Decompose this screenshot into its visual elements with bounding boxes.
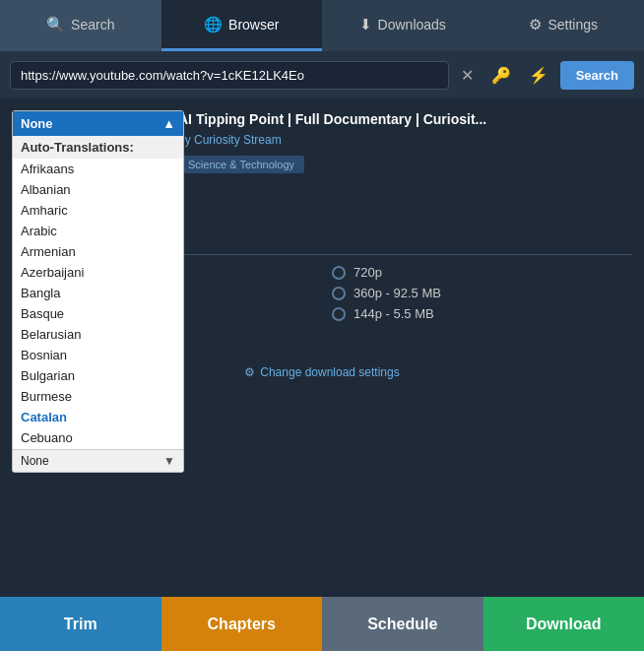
nav-search[interactable]: 🔍 Search — [0, 0, 161, 51]
nav-browser[interactable]: 🌐 Browser — [161, 0, 323, 51]
lang-albanian[interactable]: Albanian — [13, 179, 183, 200]
dropdown-footer: None ▼ — [13, 449, 183, 472]
quality-360p[interactable]: 360p - 92.5 MB — [332, 286, 632, 300]
search-nav-icon: 🔍 — [46, 16, 65, 33]
downloads-nav-icon: ⬇ — [359, 16, 372, 33]
dropdown-selected-label: None — [21, 116, 53, 131]
lang-basque[interactable]: Basque — [13, 303, 183, 324]
dropdown-section-header: Auto-Translations: — [13, 136, 183, 159]
dropdown-selected-item[interactable]: None ▲ — [13, 111, 183, 136]
gear-settings-icon: ⚙ — [244, 365, 255, 379]
quality-144p-label: 144p - 5.5 MB — [354, 306, 434, 321]
nav-settings[interactable]: ⚙ Settings — [483, 0, 645, 51]
settings-nav-icon: ⚙ — [529, 16, 542, 33]
language-dropdown[interactable]: None ▲ Auto-Translations: Afrikaans Alba… — [12, 110, 184, 473]
lang-azerbaijani[interactable]: Azerbaijani — [13, 262, 183, 283]
quality-144p[interactable]: 144p - 5.5 MB — [332, 306, 632, 321]
video-tag: Science & Technology — [178, 156, 304, 173]
lang-bangla[interactable]: Bangla — [13, 283, 183, 303]
schedule-button[interactable]: Schedule — [322, 597, 483, 651]
dropdown-arrow-down: ▼ — [163, 454, 175, 468]
nav-search-label: Search — [71, 17, 114, 33]
lang-cebuano[interactable]: Cebuano — [13, 427, 183, 448]
clear-url-button[interactable]: ✕ — [455, 62, 480, 89]
video-author: by Curiosity Stream — [178, 133, 632, 147]
download-button[interactable]: Download — [483, 597, 645, 651]
nav-downloads-label: Downloads — [378, 17, 446, 33]
url-input[interactable] — [10, 61, 449, 90]
quality-720p-label: 720p — [354, 265, 382, 280]
main-content: AI TIPPING POINT curiosity ORIGINAL 24:0… — [0, 98, 644, 232]
radio-360p[interactable] — [332, 287, 346, 300]
url-bar: ✕ 🔑 ⚡ Search — [0, 51, 644, 98]
top-nav: 🔍 Search 🌐 Browser ⬇ Downloads ⚙ Setting… — [0, 0, 644, 51]
lang-catalan[interactable]: Catalan — [13, 407, 183, 427]
trim-button[interactable]: Trim — [0, 597, 161, 651]
key-icon-button[interactable]: 🔑 — [485, 62, 517, 89]
nav-downloads[interactable]: ⬇ Downloads — [322, 0, 483, 51]
dropdown-footer-value: None — [21, 454, 163, 468]
bottom-buttons: Trim Chapters Schedule Download — [0, 597, 644, 651]
url-search-button[interactable]: Search — [560, 61, 634, 90]
settings-link-label: Change download settings — [260, 365, 399, 379]
nav-settings-label: Settings — [547, 17, 598, 33]
browser-nav-icon: 🌐 — [204, 16, 223, 33]
lang-burmese[interactable]: Burmese — [13, 386, 183, 407]
lang-armenian[interactable]: Armenian — [13, 241, 183, 262]
lang-bosnian[interactable]: Bosnian — [13, 345, 183, 365]
dropdown-scroll-indicator: ▲ — [162, 116, 175, 131]
quality-720p[interactable]: 720p — [332, 265, 632, 280]
dropdown-list[interactable]: Afrikaans Albanian Amharic Arabic Armeni… — [13, 159, 183, 449]
lang-afrikaans[interactable]: Afrikaans — [13, 159, 183, 179]
nav-browser-label: Browser — [228, 17, 279, 33]
lang-arabic[interactable]: Arabic — [13, 221, 183, 241]
radio-144p[interactable] — [332, 307, 346, 321]
lang-amharic[interactable]: Amharic — [13, 200, 183, 221]
radio-720p[interactable] — [332, 266, 346, 280]
flash-icon-button[interactable]: ⚡ — [523, 62, 554, 89]
video-info: AI Tipping Point | Full Documentary | Cu… — [178, 110, 632, 221]
lang-belarusian[interactable]: Belarusian — [13, 324, 183, 345]
lang-bulgarian[interactable]: Bulgarian — [13, 365, 183, 386]
chapters-button[interactable]: Chapters — [161, 597, 323, 651]
quality-360p-label: 360p - 92.5 MB — [354, 286, 441, 300]
video-title: AI Tipping Point | Full Documentary | Cu… — [178, 110, 632, 128]
